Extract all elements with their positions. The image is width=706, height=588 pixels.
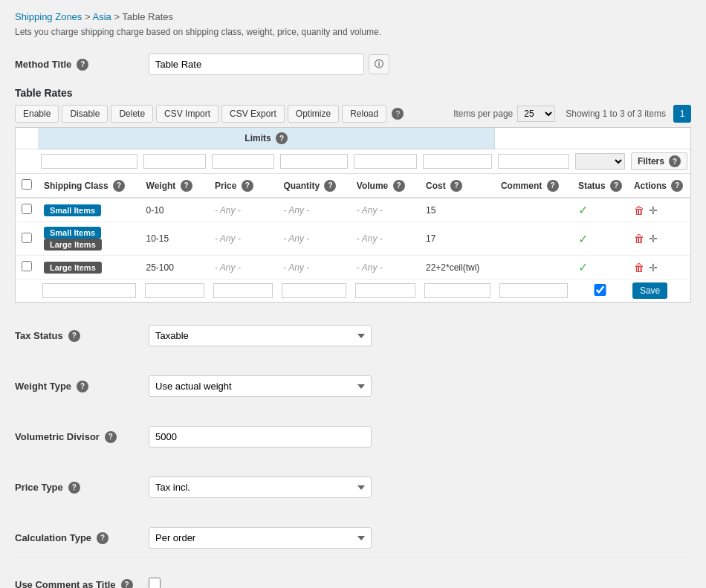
showing-label: Showing 1 to 3 of 3 items	[566, 109, 666, 119]
rates-table: Limits ?	[16, 128, 690, 302]
filter-row: Active Inactive Filters ?	[16, 149, 690, 174]
price-type-help-icon[interactable]: ?	[68, 482, 80, 494]
price-help-icon[interactable]: ?	[242, 180, 253, 192]
row-1-checkbox[interactable]	[22, 204, 32, 214]
col-header-weight: Weight ?	[140, 174, 209, 198]
tax-status-field: Tax Status ? Taxable None	[15, 317, 691, 355]
method-title-info-btn[interactable]: ⓘ	[369, 54, 389, 74]
filters-button[interactable]: Filters ?	[631, 152, 687, 170]
row-3-delete-icon[interactable]: 🗑	[634, 262, 644, 274]
tax-status-help-icon[interactable]: ?	[68, 330, 80, 342]
breadcrumb-zones-link[interactable]: Shipping Zones	[15, 11, 82, 22]
limits-help-icon[interactable]: ?	[276, 132, 288, 144]
volumetric-divisor-input[interactable]	[149, 426, 372, 448]
actions-help-icon[interactable]: ?	[671, 180, 683, 192]
calculation-type-select[interactable]: Per order Per item Per line	[149, 527, 372, 549]
row-1-delete-icon[interactable]: 🗑	[634, 204, 644, 216]
use-comment-as-title-label: Use Comment as Title	[15, 579, 116, 588]
row-2-move-icon[interactable]: ✛	[649, 233, 658, 245]
method-title-input[interactable]	[149, 54, 364, 75]
row-2-status: ✓	[572, 222, 628, 256]
new-vol-input[interactable]	[355, 283, 415, 298]
select-all-checkbox[interactable]	[22, 179, 32, 190]
items-per-page-select[interactable]: 25 50 100	[517, 106, 555, 122]
weight-type-label: Weight Type	[15, 381, 71, 392]
new-comment-input[interactable]	[499, 283, 568, 298]
enable-button[interactable]: Enable	[15, 105, 59, 123]
comment-help-icon[interactable]: ?	[547, 180, 559, 192]
weight-type-help-icon[interactable]: ?	[77, 381, 88, 392]
page-subtitle: Lets you charge shipping charge based on…	[15, 27, 691, 37]
new-price-input[interactable]	[213, 283, 273, 298]
new-status-checkbox[interactable]	[577, 284, 624, 296]
filter-class-input[interactable]	[41, 154, 137, 169]
row-3-class: Large Items	[38, 256, 140, 280]
row-2-delete-icon[interactable]: 🗑	[634, 233, 644, 245]
breadcrumb-current: Table Rates	[122, 11, 173, 22]
new-qty-input[interactable]	[282, 283, 346, 298]
limits-header-row: Limits ?	[16, 128, 690, 149]
calculation-type-help-icon[interactable]: ?	[97, 532, 109, 544]
table-row: Small Items Large Items 10-15 - Any - - …	[16, 222, 690, 256]
volumetric-divisor-field: Volumetric Divisor ?	[15, 419, 691, 456]
weight-type-select[interactable]: Use actual weight Use volumetric weight …	[149, 375, 372, 397]
table-row: Small Items 0-10 - Any - - Any - - Any -…	[16, 198, 690, 222]
toolbar-help-icon[interactable]: ?	[392, 108, 404, 120]
filters-label: Filters	[638, 156, 664, 167]
volumetric-divisor-help-icon[interactable]: ?	[105, 431, 117, 443]
method-title-help-icon[interactable]: ?	[77, 59, 88, 71]
col-header-class: Shipping Class ?	[38, 174, 140, 198]
weight-help-icon[interactable]: ?	[181, 180, 192, 192]
shipping-class-help-icon[interactable]: ?	[113, 180, 125, 192]
new-weight-input[interactable]	[145, 283, 204, 298]
price-type-select[interactable]: Tax incl. Tax excl.	[149, 476, 372, 498]
toolbar: Enable Disable Delete CSV Import CSV Exp…	[15, 105, 691, 123]
new-cost-input[interactable]	[424, 283, 490, 298]
price-type-field: Price Type ? Tax incl. Tax excl.	[15, 469, 691, 506]
row-1-comment	[495, 198, 572, 222]
filter-status-select[interactable]: Active Inactive	[575, 153, 625, 169]
row-3-checkbox[interactable]	[22, 261, 32, 271]
row-3-move-icon[interactable]: ✛	[649, 262, 658, 274]
table-header-row: Shipping Class ? Weight ? Price ? Quanti…	[16, 174, 690, 198]
use-comment-as-title-checkbox[interactable]	[149, 578, 161, 588]
csv-export-button[interactable]: CSV Export	[221, 105, 285, 123]
filter-price-input[interactable]	[212, 154, 274, 169]
optimize-button[interactable]: Optimize	[288, 105, 339, 123]
row-3-volume: - Any -	[351, 256, 420, 280]
limits-header: Limits ?	[38, 128, 495, 149]
use-comment-as-title-help-icon[interactable]: ?	[121, 579, 133, 589]
row-2-quantity: - Any -	[277, 222, 350, 256]
quantity-help-icon[interactable]: ?	[324, 180, 336, 192]
filter-cost-input[interactable]	[423, 154, 492, 169]
settings-section: Tax Status ? Taxable None Weight Type ? …	[15, 317, 691, 588]
filter-weight-input[interactable]	[143, 154, 206, 169]
calculation-type-label: Calculation Type	[15, 532, 91, 543]
cost-help-icon[interactable]: ?	[450, 180, 462, 192]
row-1-move-icon[interactable]: ✛	[649, 204, 658, 216]
table-body: Small Items 0-10 - Any - - Any - - Any -…	[16, 198, 690, 302]
calculation-type-field: Calculation Type ? Per order Per item Pe…	[15, 520, 691, 557]
use-comment-as-title-field: Use Comment as Title ?	[15, 570, 691, 588]
filter-vol-input[interactable]	[354, 154, 417, 169]
delete-button[interactable]: Delete	[111, 105, 153, 123]
filter-qty-input[interactable]	[280, 154, 347, 169]
filter-comment-input[interactable]	[498, 154, 569, 169]
new-row-save-button[interactable]: Save	[632, 282, 667, 299]
filters-help-icon[interactable]: ?	[669, 155, 681, 167]
breadcrumb-asia-link[interactable]: Asia	[92, 11, 111, 22]
volume-help-icon[interactable]: ?	[393, 180, 405, 192]
table-row: Large Items 25-100 - Any - - Any - - Any…	[16, 256, 690, 280]
row-2-checkbox[interactable]	[22, 233, 32, 243]
row-2-price: - Any -	[209, 222, 277, 256]
csv-import-button[interactable]: CSV Import	[156, 105, 218, 123]
new-class-input[interactable]	[42, 283, 136, 298]
tag-large-items-2: Large Items	[44, 239, 102, 251]
page-number[interactable]: 1	[673, 105, 691, 123]
row-1-quantity: - Any -	[277, 198, 350, 222]
tax-status-select[interactable]: Taxable None	[149, 325, 372, 346]
disable-button[interactable]: Disable	[62, 105, 108, 123]
reload-button[interactable]: Reload	[342, 105, 386, 123]
row-2-weight: 10-15	[140, 222, 209, 256]
status-help-icon[interactable]: ?	[610, 180, 622, 192]
